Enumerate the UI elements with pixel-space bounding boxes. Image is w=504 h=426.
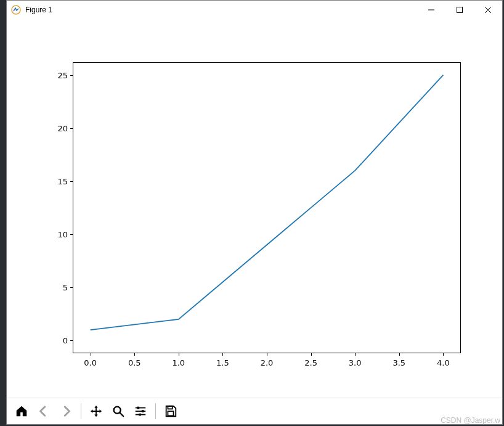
svg-rect-10 [142, 410, 144, 412]
forward-button[interactable] [56, 401, 76, 421]
x-tick-mark [222, 353, 223, 356]
window-title: Figure 1 [25, 6, 52, 14]
window-controls [417, 1, 502, 19]
svg-line-6 [120, 413, 124, 417]
y-tick-label: 25 [43, 70, 68, 80]
x-tick-mark [267, 353, 267, 356]
x-tick-label: 1.0 [166, 358, 191, 367]
x-tick-mark [443, 353, 444, 356]
save-button[interactable] [161, 401, 181, 421]
x-tick-label: 2.5 [299, 358, 323, 367]
x-tick-mark [134, 353, 135, 356]
x-tick-label: 1.5 [210, 358, 235, 367]
y-tick-label: 10 [43, 230, 68, 239]
x-tick-label: 0.0 [78, 358, 103, 367]
toolbar-separator [155, 403, 156, 419]
app-icon [10, 4, 22, 15]
minimize-button[interactable] [417, 1, 445, 19]
x-tick-mark [399, 353, 400, 356]
svg-rect-2 [457, 7, 463, 13]
close-button[interactable] [474, 1, 502, 19]
x-tick-label: 3.0 [343, 358, 367, 367]
titlebar: Figure 1 [7, 1, 502, 19]
toolbar-separator [81, 403, 81, 419]
figure-window: Figure 1 0510152025 0.00.51.01.52.02.53.… [6, 0, 503, 425]
svg-rect-13 [168, 406, 172, 409]
maximize-button[interactable] [445, 1, 474, 19]
figure-canvas: 0510152025 0.00.51.01.52.02.53.03.54.0 [7, 19, 502, 398]
svg-rect-8 [137, 407, 140, 409]
svg-rect-12 [139, 414, 141, 416]
x-tick-label: 0.5 [122, 358, 147, 367]
configure-button[interactable] [131, 401, 150, 421]
x-tick-label: 2.0 [254, 358, 279, 367]
background-gutter [0, 0, 6, 426]
x-tick-mark [91, 353, 91, 356]
pan-button[interactable] [86, 401, 106, 421]
y-tick-label: 20 [43, 123, 68, 133]
x-tick-mark [179, 353, 179, 356]
figure-toolbar [7, 398, 502, 424]
home-button[interactable] [12, 401, 31, 421]
x-tick-label: 4.0 [431, 358, 455, 367]
chart-line [73, 62, 461, 353]
y-tick-label: 0 [43, 336, 68, 345]
y-tick-label: 15 [43, 176, 68, 186]
svg-rect-14 [168, 411, 173, 416]
x-tick-mark [311, 353, 312, 356]
y-tick-label: 5 [43, 283, 68, 292]
x-tick-mark [355, 353, 356, 356]
back-button[interactable] [34, 401, 54, 421]
zoom-button[interactable] [108, 401, 128, 421]
x-tick-label: 3.5 [387, 358, 412, 367]
